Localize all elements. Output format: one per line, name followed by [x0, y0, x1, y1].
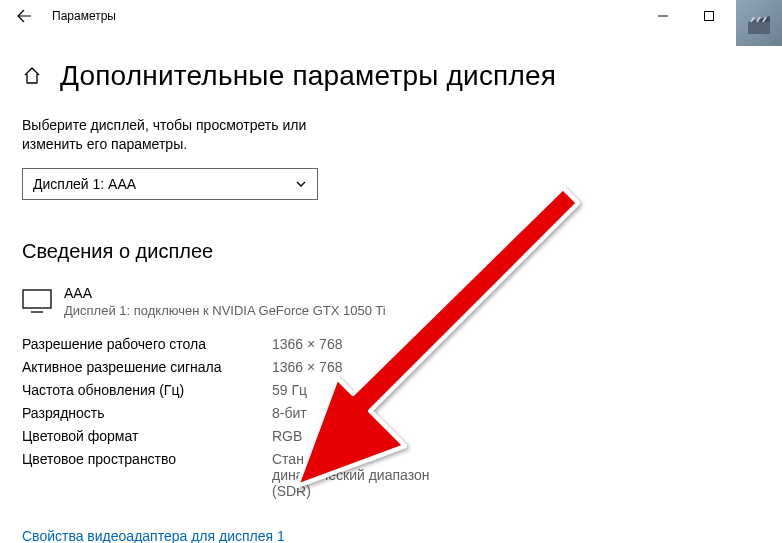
- chevron-down-icon: [295, 178, 307, 190]
- display-select[interactable]: Дисплей 1: AAA: [22, 168, 318, 200]
- info-row: Активное разрешение сигнала1366 × 768: [22, 359, 760, 375]
- monitor-icon: [22, 289, 52, 313]
- svg-rect-1: [748, 22, 770, 34]
- maximize-button[interactable]: [686, 0, 732, 32]
- info-label: Разрядность: [22, 405, 272, 421]
- clapperboard-icon: [746, 10, 772, 36]
- info-row: Разрешение рабочего стола1366 × 768: [22, 336, 760, 352]
- minimize-icon: [658, 11, 668, 21]
- window-title: Параметры: [44, 9, 640, 23]
- info-label: Цветовой формат: [22, 428, 272, 444]
- page-title: Дополнительные параметры дисплея: [60, 60, 556, 92]
- svg-rect-0: [705, 12, 714, 21]
- info-value: Стандартный динамический диапазон (SDR): [272, 451, 452, 499]
- content-area: Дополнительные параметры дисплея Выберит…: [0, 32, 782, 543]
- display-info-table: Разрешение рабочего стола1366 × 768 Акти…: [22, 336, 760, 499]
- arrow-left-icon: [16, 8, 32, 24]
- info-label: Цветовое пространство: [22, 451, 272, 467]
- info-row: Цветовое пространствоСтандартный динамич…: [22, 451, 760, 499]
- info-value: 8-бит: [272, 405, 307, 421]
- display-select-value: Дисплей 1: AAA: [33, 176, 136, 192]
- back-button[interactable]: [4, 0, 44, 32]
- info-label: Частота обновления (Гц): [22, 382, 272, 398]
- instruction-text: Выберите дисплей, чтобы просмотреть или …: [22, 116, 352, 154]
- adapter-properties-link[interactable]: Свойства видеоадаптера для дисплея 1: [22, 528, 285, 543]
- info-value: RGB: [272, 428, 302, 444]
- display-name: AAA: [64, 285, 386, 301]
- info-row: Цветовой форматRGB: [22, 428, 760, 444]
- info-value: 59 Гц: [272, 382, 307, 398]
- maximize-icon: [704, 11, 714, 21]
- info-label: Разрешение рабочего стола: [22, 336, 272, 352]
- svg-rect-2: [23, 290, 51, 308]
- app-overlay-icon: [736, 0, 782, 46]
- titlebar: Параметры: [0, 0, 782, 32]
- info-row: Частота обновления (Гц)59 Гц: [22, 382, 760, 398]
- home-icon[interactable]: [22, 66, 42, 86]
- info-row: Разрядность8-бит: [22, 405, 760, 421]
- display-subtitle: Дисплей 1: подключен к NVIDIA GeForce GT…: [64, 303, 386, 318]
- info-label: Активное разрешение сигнала: [22, 359, 272, 375]
- info-value: 1366 × 768: [272, 359, 342, 375]
- info-value: 1366 × 768: [272, 336, 342, 352]
- display-summary: AAA Дисплей 1: подключен к NVIDIA GeForc…: [22, 285, 760, 318]
- page-header: Дополнительные параметры дисплея: [22, 60, 760, 92]
- section-title: Сведения о дисплее: [22, 240, 760, 263]
- minimize-button[interactable]: [640, 0, 686, 32]
